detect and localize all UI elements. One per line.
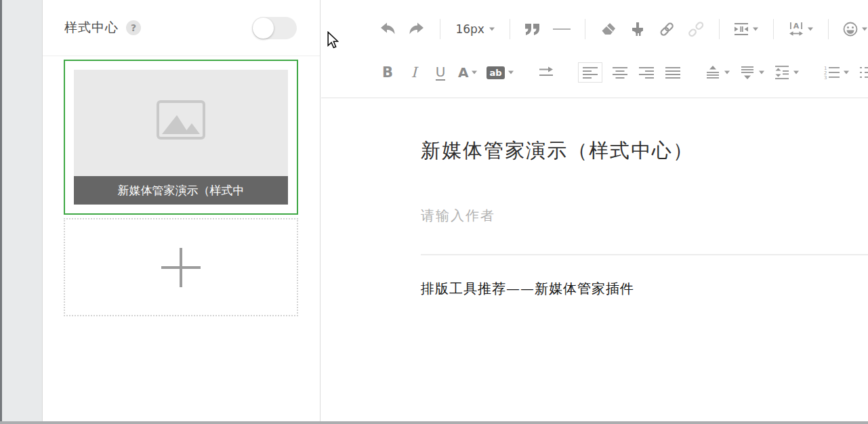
font-size-dropdown[interactable]: 16px xyxy=(454,22,495,36)
first-line-indent-button[interactable] xyxy=(537,61,555,84)
template-thumbnail: 新媒体管家演示（样式中 xyxy=(74,70,288,205)
eraser-icon[interactable] xyxy=(600,18,617,41)
font-color-button: A xyxy=(458,64,468,81)
chevron-down-icon xyxy=(472,70,478,75)
space-before-dropdown[interactable] xyxy=(705,65,730,80)
chevron-down-icon xyxy=(808,27,814,31)
panel-title: 样式中心 xyxy=(64,19,119,37)
font-color-dropdown[interactable]: A xyxy=(458,64,478,81)
chevron-down-icon xyxy=(753,27,759,31)
toggle-knob xyxy=(253,18,274,39)
bottom-window-edge xyxy=(0,421,868,424)
style-center-header: 样式中心 ? xyxy=(43,0,320,56)
blockquote-button[interactable] xyxy=(524,18,541,41)
undo-button[interactable] xyxy=(379,18,396,41)
letter-spacing-icon: A xyxy=(788,21,804,37)
emoji-dropdown[interactable] xyxy=(842,21,868,37)
align-justify-button[interactable] xyxy=(664,61,682,84)
image-placeholder-icon xyxy=(157,100,205,142)
align-left-button[interactable] xyxy=(578,62,602,83)
align-center-button[interactable] xyxy=(611,61,629,84)
bold-button[interactable]: B xyxy=(379,61,396,84)
add-style-button[interactable] xyxy=(64,218,298,316)
style-center-toggle[interactable] xyxy=(252,17,297,39)
article-body-text[interactable]: 排版工具推荐——新媒体管家插件 xyxy=(421,280,634,298)
font-size-value: 16px xyxy=(454,22,485,36)
emoji-icon xyxy=(842,21,859,37)
line-height-icon xyxy=(774,65,790,80)
chevron-down-icon xyxy=(844,70,850,75)
ordered-list-dropdown[interactable]: 1 2 3 xyxy=(823,65,850,80)
svg-text:A: A xyxy=(793,22,799,30)
side-margin-icon xyxy=(733,21,749,37)
space-after-icon xyxy=(739,65,756,80)
ordered-list-icon: 1 2 3 xyxy=(823,65,840,80)
space-before-icon xyxy=(705,65,721,80)
highlight-color-dropdown[interactable]: ab xyxy=(487,66,514,79)
help-icon[interactable]: ? xyxy=(126,20,141,35)
format-painter-icon[interactable] xyxy=(629,18,646,41)
italic-button[interactable]: I xyxy=(405,61,423,84)
side-margin-dropdown[interactable] xyxy=(733,21,759,37)
style-center-panel: 样式中心 ? 新媒体管家演示（样式中 xyxy=(42,0,321,421)
line-height-dropdown[interactable] xyxy=(774,65,800,80)
template-caption: 新媒体管家演示（样式中 xyxy=(74,176,288,205)
redo-button[interactable] xyxy=(408,18,426,41)
author-input-placeholder[interactable]: 请输入作者 xyxy=(421,207,495,225)
space-after-dropdown[interactable] xyxy=(739,65,765,80)
link-icon[interactable] xyxy=(658,18,676,41)
highlight-color-button: ab xyxy=(487,66,504,79)
chevron-down-icon xyxy=(793,70,800,75)
title-divider xyxy=(421,254,868,255)
align-right-button[interactable] xyxy=(638,61,655,84)
article-title-field[interactable]: 新媒体管家演示（样式中心） xyxy=(421,137,694,165)
editor-toolbar: 16px xyxy=(321,0,868,98)
chevron-down-icon xyxy=(489,27,495,31)
style-template-card[interactable]: 新媒体管家演示（样式中 xyxy=(64,60,298,215)
svg-text:3: 3 xyxy=(824,75,827,80)
chevron-down-icon xyxy=(862,27,868,31)
plus-icon xyxy=(161,247,201,288)
chevron-down-icon xyxy=(759,70,765,75)
chevron-down-icon xyxy=(508,70,514,75)
unordered-list-button[interactable] xyxy=(859,61,868,84)
toolbar-row-2: B I U A ab xyxy=(321,51,868,93)
toolbar-row-1: 16px xyxy=(321,7,868,51)
underline-button[interactable]: U xyxy=(436,64,446,81)
unlink-icon[interactable] xyxy=(687,18,705,41)
letter-spacing-dropdown[interactable]: A xyxy=(788,21,814,37)
editor-panel: 16px xyxy=(321,0,868,421)
horizontal-rule-button[interactable] xyxy=(553,18,571,41)
chevron-down-icon xyxy=(724,70,730,75)
left-gutter xyxy=(2,0,42,424)
